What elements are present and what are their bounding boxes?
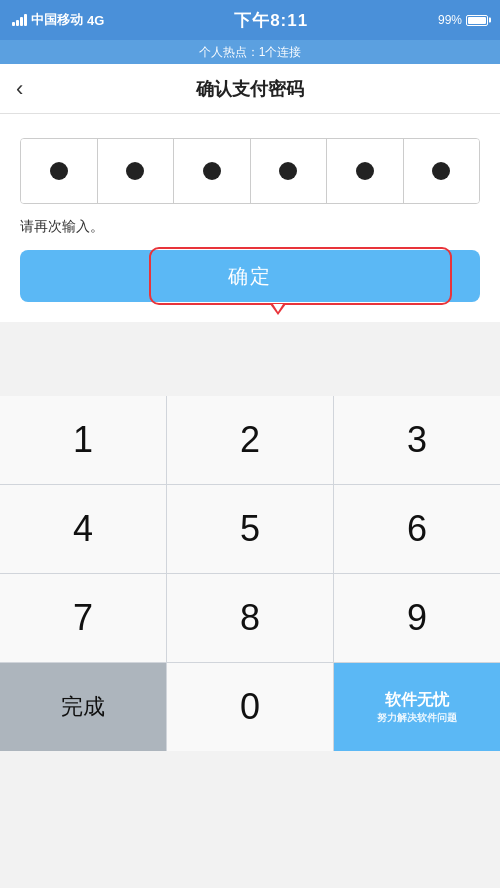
keypad: 1 2 3 4 5 6 7 8 9 完成 0 软件无忧 努力解决软件问题 xyxy=(0,396,500,751)
pin-dot-3 xyxy=(203,162,221,180)
key-done[interactable]: 完成 xyxy=(0,663,166,751)
brand-content: 软件无忧 努力解决软件问题 xyxy=(377,690,457,725)
pin-dot-2 xyxy=(126,162,144,180)
page-title: 确认支付密码 xyxy=(196,77,304,101)
battery-percent: 99% xyxy=(438,13,462,27)
network-label: 4G xyxy=(87,13,104,28)
nav-bar: ‹ 确认支付密码 xyxy=(0,64,500,114)
confirm-btn-wrapper: 确定 xyxy=(20,250,480,302)
pin-cell-4 xyxy=(251,139,328,203)
pin-cell-1 xyxy=(21,139,98,203)
back-button[interactable]: ‹ xyxy=(16,78,23,100)
status-bar: 中国移动 4G 下午8:11 99% xyxy=(0,0,500,40)
key-2[interactable]: 2 xyxy=(167,396,333,484)
pin-dot-1 xyxy=(50,162,68,180)
brand-main-text: 软件无忧 xyxy=(385,690,449,711)
key-3[interactable]: 3 xyxy=(334,396,500,484)
key-6[interactable]: 6 xyxy=(334,485,500,573)
pin-dot-5 xyxy=(356,162,374,180)
status-right: 99% xyxy=(438,13,488,27)
battery-icon xyxy=(466,15,488,26)
pin-dot-4 xyxy=(279,162,297,180)
pin-cell-2 xyxy=(98,139,175,203)
hotspot-bar: 个人热点：1个连接 xyxy=(0,40,500,64)
pin-cell-6 xyxy=(404,139,480,203)
signal-icon xyxy=(12,14,27,26)
spacer2 xyxy=(0,346,500,396)
spacer xyxy=(0,322,500,346)
bubble-tail xyxy=(270,304,286,315)
hint-text: 请再次输入。 xyxy=(20,218,480,236)
confirm-button[interactable]: 确定 xyxy=(20,250,480,302)
key-brand: 软件无忧 努力解决软件问题 xyxy=(334,663,500,751)
key-5[interactable]: 5 xyxy=(167,485,333,573)
key-9[interactable]: 9 xyxy=(334,574,500,662)
pin-cell-5 xyxy=(327,139,404,203)
brand-sub-text: 努力解决软件问题 xyxy=(377,711,457,725)
pin-input-display xyxy=(20,138,480,204)
key-0[interactable]: 0 xyxy=(167,663,333,751)
hotspot-label: 个人热点：1个连接 xyxy=(199,44,302,61)
key-7[interactable]: 7 xyxy=(0,574,166,662)
pin-content: 请再次输入。 确定 xyxy=(0,114,500,322)
carrier-label: 中国移动 xyxy=(31,11,83,29)
pin-cell-3 xyxy=(174,139,251,203)
status-left: 中国移动 4G xyxy=(12,11,104,29)
key-8[interactable]: 8 xyxy=(167,574,333,662)
time-label: 下午8:11 xyxy=(234,9,308,32)
key-1[interactable]: 1 xyxy=(0,396,166,484)
key-4[interactable]: 4 xyxy=(0,485,166,573)
pin-dot-6 xyxy=(432,162,450,180)
